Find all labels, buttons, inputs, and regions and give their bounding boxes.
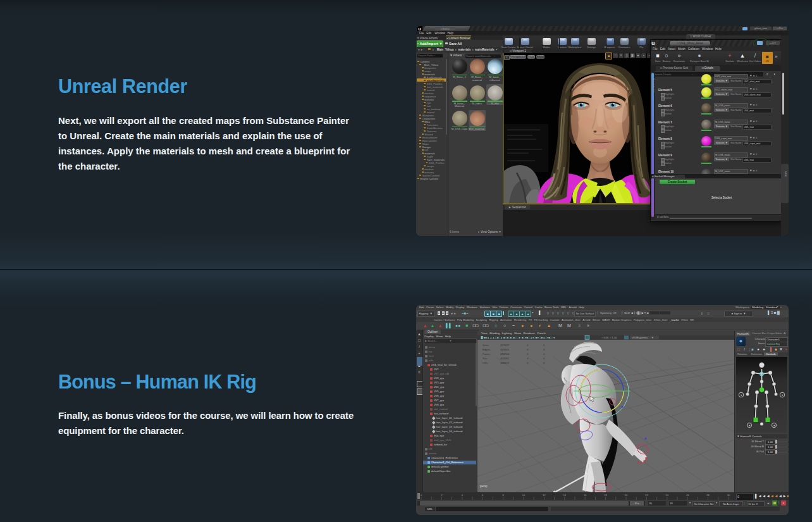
svg-text:14: 14 (563, 494, 567, 497)
svg-text:Tris:: Tris: (483, 357, 488, 360)
svg-text:10: 10 (522, 494, 526, 497)
svg-text:403281: 403281 (500, 357, 510, 360)
svg-text:22: 22 (645, 494, 648, 497)
svg-text:18: 18 (604, 494, 607, 497)
svg-text:Faces:: Faces: (483, 352, 491, 356)
svg-text:UVs:: UVs: (483, 361, 488, 364)
svg-text:268103: 268103 (500, 361, 510, 364)
svg-text:persp: persp (480, 485, 488, 488)
svg-text:sRGB gamma ▼: sRGB gamma ▼ (632, 336, 654, 339)
svg-text:20: 20 (625, 494, 628, 497)
svg-text:449305: 449305 (500, 348, 510, 351)
svg-text:▼: ▼ (773, 424, 775, 427)
svg-text:227637: 227637 (500, 344, 510, 347)
svg-text:28: 28 (706, 494, 710, 497)
svg-text:○ 0.00 ◊ 1.00: ○ 0.00 ◊ 1.00 (601, 336, 618, 339)
svg-text:12: 12 (543, 494, 546, 497)
svg-text:▼: ▼ (781, 394, 784, 397)
svg-text:16: 16 (584, 494, 587, 497)
svg-text:24: 24 (666, 494, 669, 497)
svg-text:26: 26 (686, 494, 689, 497)
svg-text:Edges:: Edges: (483, 348, 491, 351)
svg-text:View Shading Lighting Sh: View Shading Lighting Show Renderer Pane… (481, 332, 546, 335)
svg-text:▼: ▼ (740, 394, 742, 397)
svg-text:30: 30 (727, 494, 730, 497)
svg-text:▼: ▼ (748, 424, 751, 427)
svg-text:094704: 094704 (500, 352, 510, 356)
svg-text:Verts:: Verts: (483, 344, 489, 347)
